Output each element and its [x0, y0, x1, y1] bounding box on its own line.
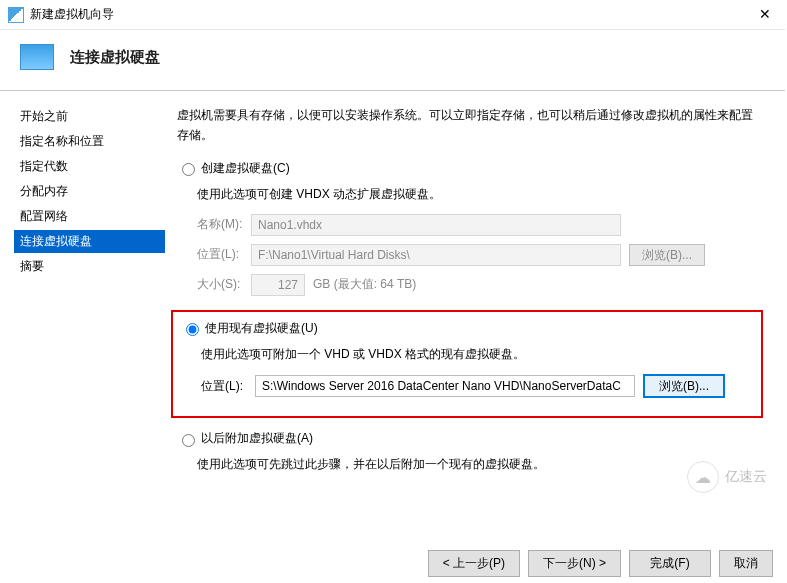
close-icon[interactable]: ✕ [753, 6, 777, 22]
option-use-label: 使用现有虚拟硬盘(U) [205, 320, 318, 337]
name-label: 名称(M): [197, 216, 251, 233]
header-icon [20, 44, 54, 70]
create-location-label: 位置(L): [197, 246, 251, 263]
title-bar: 新建虚拟机向导 ✕ [0, 0, 787, 30]
size-note: GB (最大值: 64 TB) [313, 276, 416, 293]
option-later-label: 以后附加虚拟硬盘(A) [201, 430, 313, 447]
sidebar-item-network[interactable]: 配置网络 [14, 205, 165, 228]
name-input [251, 214, 621, 236]
option-later-desc: 使用此选项可先跳过此步骤，并在以后附加一个现有的虚拟硬盘。 [197, 455, 763, 474]
intro-text: 虚拟机需要具有存储，以便可以安装操作系统。可以立即指定存储，也可以稍后通过修改虚… [177, 105, 763, 146]
use-browse-button[interactable]: 浏览(B)... [643, 374, 725, 398]
option-create-vhd[interactable]: 创建虚拟硬盘(C) [177, 160, 763, 177]
size-label: 大小(S): [197, 276, 251, 293]
radio-use-existing-vhd[interactable] [186, 323, 199, 336]
next-button[interactable]: 下一步(N) > [528, 550, 621, 577]
sidebar-item-generation[interactable]: 指定代数 [14, 155, 165, 178]
sidebar-item-memory[interactable]: 分配内存 [14, 180, 165, 203]
app-icon [8, 7, 24, 23]
sidebar-item-summary[interactable]: 摘要 [14, 255, 165, 278]
finish-button[interactable]: 完成(F) [629, 550, 711, 577]
page-header: 连接虚拟硬盘 [0, 30, 787, 91]
wizard-footer: < 上一步(P) 下一步(N) > 完成(F) 取消 [0, 540, 787, 583]
main-panel: 虚拟机需要具有存储，以便可以安装操作系统。可以立即指定存储，也可以稍后通过修改虚… [165, 91, 787, 529]
sidebar-item-name-location[interactable]: 指定名称和位置 [14, 130, 165, 153]
option-create-desc: 使用此选项可创建 VHDX 动态扩展虚拟硬盘。 [197, 185, 763, 204]
wizard-body: 开始之前 指定名称和位置 指定代数 分配内存 配置网络 连接虚拟硬盘 摘要 虚拟… [0, 91, 787, 529]
cancel-button[interactable]: 取消 [719, 550, 773, 577]
highlight-annotation: 使用现有虚拟硬盘(U) 使用此选项可附加一个 VHD 或 VHDX 格式的现有虚… [171, 310, 763, 418]
sidebar-item-connect-vhd[interactable]: 连接虚拟硬盘 [14, 230, 165, 253]
option-attach-later[interactable]: 以后附加虚拟硬盘(A) [177, 430, 763, 447]
sidebar-item-before-begin[interactable]: 开始之前 [14, 105, 165, 128]
wizard-steps: 开始之前 指定名称和位置 指定代数 分配内存 配置网络 连接虚拟硬盘 摘要 [0, 91, 165, 529]
window-title: 新建虚拟机向导 [30, 6, 114, 23]
prev-button[interactable]: < 上一步(P) [428, 550, 520, 577]
option-use-existing-vhd[interactable]: 使用现有虚拟硬盘(U) [181, 320, 753, 337]
create-vhd-fields: 名称(M): 位置(L): 浏览(B)... 大小(S): GB (最大值: 6… [197, 214, 763, 296]
option-use-desc: 使用此选项可附加一个 VHD 或 VHDX 格式的现有虚拟硬盘。 [201, 345, 753, 364]
radio-attach-later[interactable] [182, 434, 195, 447]
use-location-input[interactable] [255, 375, 635, 397]
use-location-label: 位置(L): [201, 378, 255, 395]
size-input [251, 274, 305, 296]
use-vhd-fields: 位置(L): 浏览(B)... [201, 374, 753, 398]
create-browse-button: 浏览(B)... [629, 244, 705, 266]
page-title: 连接虚拟硬盘 [70, 48, 160, 67]
option-create-label: 创建虚拟硬盘(C) [201, 160, 290, 177]
radio-create-vhd[interactable] [182, 163, 195, 176]
create-location-input [251, 244, 621, 266]
